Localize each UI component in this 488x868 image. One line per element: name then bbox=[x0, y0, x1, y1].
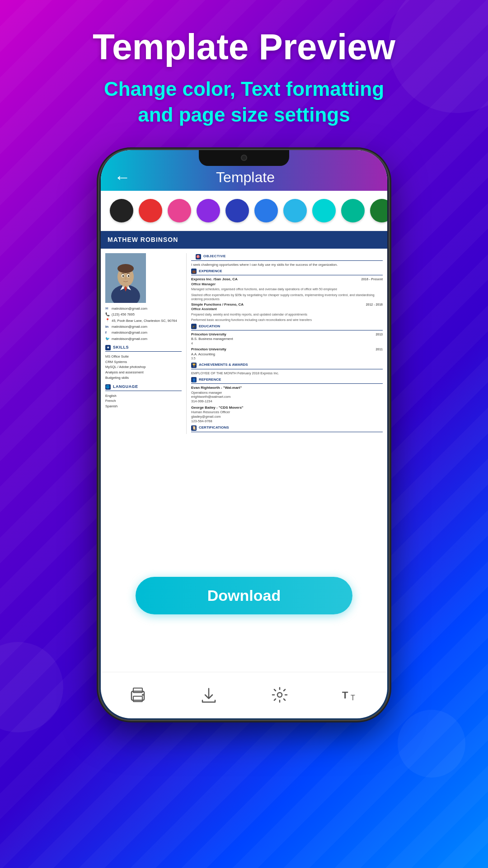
lang-item: French bbox=[105, 398, 182, 404]
print-icon bbox=[128, 685, 148, 705]
swatch-red[interactable] bbox=[139, 199, 162, 222]
contact-email: ✉ matrobison@gmail.com bbox=[105, 307, 182, 311]
contact-twitter-value: matrobison@gmail.com bbox=[112, 337, 147, 341]
download-nav-item[interactable] bbox=[199, 685, 219, 705]
save-download-icon bbox=[199, 685, 219, 705]
skills-heading-label: SKILLS bbox=[113, 345, 129, 350]
edu-school-1: Princeton University 2013 bbox=[191, 332, 383, 337]
lang-item: English bbox=[105, 393, 182, 399]
text-size-icon: T T bbox=[341, 685, 361, 705]
achievements-icon: 🏆 bbox=[191, 363, 197, 368]
achievements-heading-label: ACHIEVEMENTS & AWARDS bbox=[199, 363, 248, 367]
resume-body: ✉ matrobison@gmail.com 📞 (123) 456 7895 … bbox=[101, 249, 387, 439]
exp-company-2: Simple Functions / Fresno, CA 2012 - 201… bbox=[191, 302, 383, 307]
header-subtitle: Change color, Text formatting and page s… bbox=[27, 76, 461, 127]
download-section: Download bbox=[101, 566, 387, 626]
print-nav-item[interactable] bbox=[128, 685, 148, 705]
ref-name-1: Evan Rightworth - "Wal-mart" bbox=[191, 386, 383, 390]
svg-point-17 bbox=[277, 693, 282, 697]
achievements-heading: 🏆 ACHIEVEMENTS & AWARDS bbox=[191, 363, 383, 369]
svg-point-5 bbox=[117, 264, 134, 273]
download-button[interactable]: Download bbox=[136, 577, 352, 614]
resume-document: MATHEW ROBINSON bbox=[101, 231, 387, 438]
contact-section: ✉ matrobison@gmail.com 📞 (123) 456 7895 … bbox=[105, 307, 182, 341]
objective-icon: 🎯 bbox=[196, 254, 201, 259]
resume-photo bbox=[105, 253, 146, 303]
contact-phone: 📞 (123) 456 7895 bbox=[105, 312, 182, 317]
contact-facebook-value: matrobison@gmail.com bbox=[112, 330, 147, 335]
skill-item: Analysis and assessment bbox=[105, 370, 182, 375]
exp-company-1-name: Express Inc. /San Jose, CA bbox=[191, 277, 238, 282]
text-size-nav-item[interactable]: T T bbox=[341, 685, 361, 705]
language-list: English French Spanish bbox=[105, 393, 182, 409]
swatch-purple[interactable] bbox=[197, 199, 220, 222]
phone-frame: ← Template bbox=[99, 150, 389, 720]
settings-nav-item[interactable] bbox=[270, 685, 290, 705]
swatch-blue[interactable] bbox=[254, 199, 278, 222]
edu-school-2-name: Princeton University bbox=[191, 347, 226, 352]
skill-item: MS Office Suite bbox=[105, 354, 182, 359]
color-swatch-row bbox=[101, 191, 387, 231]
resume-preview: MATHEW ROBINSON bbox=[101, 231, 387, 566]
exp-title-1: Office Manager bbox=[191, 282, 383, 287]
language-icon: 🌐 bbox=[105, 384, 111, 390]
exp-date-1: 2016 - Present bbox=[361, 277, 383, 282]
skills-heading: ★ SKILLS bbox=[105, 345, 182, 352]
page-title: Template Preview bbox=[27, 27, 461, 67]
phone-icon: 📞 bbox=[105, 312, 110, 317]
experience-heading-label: EXPERIENCE bbox=[199, 269, 222, 274]
certifications-icon: 📜 bbox=[191, 425, 197, 431]
skills-list: MS Office Suite CRM Systems MySQL / Adob… bbox=[105, 354, 182, 381]
ref-phone-1: 314-999-1234 bbox=[191, 399, 383, 404]
phone-mockup: ← Template bbox=[0, 150, 488, 720]
person-photo-svg bbox=[105, 253, 146, 303]
contact-linkedin: in matrobison@gmail.com bbox=[105, 325, 182, 329]
subtitle-line2: and page size settings bbox=[138, 104, 350, 126]
edu-item-2: Princeton University 2011 A.A. Accountin… bbox=[191, 347, 383, 360]
swatch-cyan[interactable] bbox=[312, 199, 336, 222]
facebook-icon: f bbox=[105, 330, 110, 335]
skills-icon: ★ bbox=[105, 345, 111, 350]
swatch-pink[interactable] bbox=[168, 199, 191, 222]
exp-date-2: 2012 - 2016 bbox=[366, 302, 383, 307]
back-button[interactable]: ← bbox=[114, 168, 131, 187]
edu-year-2: 2011 bbox=[375, 347, 383, 352]
skill-item: Budgeting skills bbox=[105, 375, 182, 381]
swatch-black[interactable] bbox=[110, 199, 133, 222]
experience-item-1: Express Inc. /San Jose, CA 2016 - Presen… bbox=[191, 277, 383, 301]
edu-school-2: Princeton University 2011 bbox=[191, 347, 383, 352]
ref-email-2: gbailey@gmail.com bbox=[191, 415, 383, 419]
exp-desc-2b: Performed basic accounting functions inc… bbox=[191, 318, 383, 322]
swatch-green[interactable] bbox=[370, 199, 387, 222]
swatch-darkblue[interactable] bbox=[225, 199, 249, 222]
swatch-lightblue[interactable] bbox=[283, 199, 307, 222]
location-icon: 📍 bbox=[105, 318, 110, 323]
contact-email-value: matrobison@gmail.com bbox=[112, 307, 147, 311]
reference-item-2: George Bailey - "CDS Movers" Human Resou… bbox=[191, 406, 383, 424]
experience-item-2: Simple Functions / Fresno, CA 2012 - 201… bbox=[191, 302, 383, 322]
edu-year-1: 2013 bbox=[375, 332, 383, 337]
exp-company-1: Express Inc. /San Jose, CA 2016 - Presen… bbox=[191, 277, 383, 282]
contact-facebook: f matrobison@gmail.com bbox=[105, 330, 182, 335]
resume-name-bar: MATHEW ROBINSON bbox=[101, 231, 387, 248]
education-heading-label: EDUCATION bbox=[199, 324, 220, 329]
swatch-teal[interactable] bbox=[341, 199, 365, 222]
svg-point-11 bbox=[122, 275, 124, 277]
language-heading: 🌐 LANGUAGE bbox=[105, 384, 182, 391]
objective-text: I seek challenging opportunities where I… bbox=[191, 263, 383, 267]
education-icon: 🎓 bbox=[191, 324, 197, 329]
language-heading-label: LANGUAGE bbox=[113, 384, 138, 390]
achievements-text: EMPLOYEE OF THE MONTH February 2018 Expr… bbox=[191, 371, 383, 376]
resume-left-column: ✉ matrobison@gmail.com 📞 (123) 456 7895 … bbox=[105, 253, 187, 434]
edu-gpa-2: 3.5 bbox=[191, 356, 383, 360]
reference-heading-label: REFERENCE bbox=[199, 377, 221, 382]
ref-title-1: Operations manager bbox=[191, 391, 383, 395]
ref-name-2: George Bailey - "CDS Movers" bbox=[191, 406, 383, 410]
phone-screen: ← Template bbox=[101, 150, 387, 718]
email-icon: ✉ bbox=[105, 307, 110, 311]
app-header-title: Template bbox=[140, 169, 351, 186]
contact-address: 📍 45, Pooh Bear Lane, Charleston SC, 907… bbox=[105, 318, 182, 323]
certifications-heading-label: CERTIFICATIONS bbox=[199, 425, 229, 430]
contact-address-value: 45, Pooh Bear Lane, Charleston SC, 90764 bbox=[112, 319, 177, 323]
experience-icon: 💼 bbox=[191, 269, 197, 274]
